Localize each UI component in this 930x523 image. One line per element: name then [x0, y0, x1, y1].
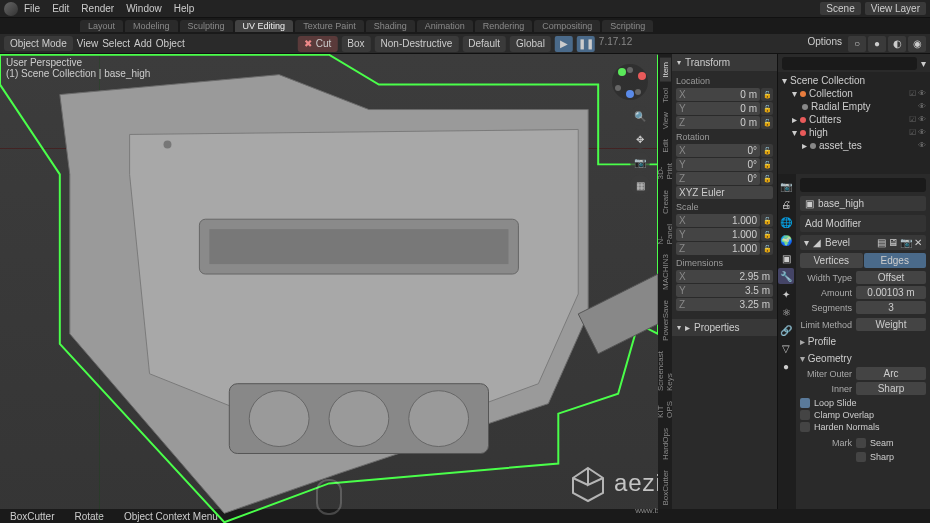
mod-render-icon[interactable]: 📷: [900, 237, 912, 248]
tab-tool[interactable]: Tool: [660, 84, 671, 107]
rot-x[interactable]: X0°: [676, 144, 760, 157]
shading-wire-icon[interactable]: ○: [848, 36, 866, 52]
scene-field[interactable]: Scene: [820, 2, 860, 15]
shading-solid-icon[interactable]: ●: [868, 36, 886, 52]
menu-help[interactable]: Help: [168, 3, 201, 14]
tb-box[interactable]: Box: [347, 38, 364, 49]
chk-harden[interactable]: Harden Normals: [800, 421, 926, 433]
tb-select[interactable]: Select: [102, 38, 130, 49]
ws-modeling[interactable]: Modeling: [125, 20, 178, 32]
miter-outer[interactable]: Arc: [856, 367, 926, 380]
ptab-world-icon[interactable]: 🌍: [778, 232, 794, 248]
ws-uvediting[interactable]: UV Editing: [235, 20, 294, 32]
filter-icon[interactable]: ▾: [921, 58, 926, 69]
dim-y[interactable]: Y3.5 m: [676, 284, 773, 297]
mod-display-icon[interactable]: 🖥: [888, 237, 898, 248]
nav-gizmo[interactable]: [610, 62, 650, 102]
prop-search[interactable]: [800, 178, 926, 192]
scale-z[interactable]: Z1.000: [676, 242, 760, 255]
chk-clamp[interactable]: Clamp Overlap: [800, 409, 926, 421]
chk-loopslide[interactable]: Loop Slide: [800, 397, 926, 409]
lock-icon[interactable]: 🔓: [761, 158, 773, 171]
tab-hardops[interactable]: HardOps: [660, 424, 671, 464]
add-modifier-button[interactable]: Add Modifier: [800, 215, 926, 232]
viewlayer-field[interactable]: View Layer: [865, 2, 926, 15]
outliner-search[interactable]: [782, 57, 917, 70]
ws-compositing[interactable]: Compositing: [534, 20, 600, 32]
tb-object[interactable]: Object: [156, 38, 185, 49]
mod-edit-icon[interactable]: ▤: [877, 237, 886, 248]
bevel-modifier-header[interactable]: ▾◢Bevel ▤🖥📷✕: [800, 235, 926, 250]
tb-nondestr[interactable]: Non-Destructive: [381, 38, 453, 49]
tb-view[interactable]: View: [77, 38, 99, 49]
bevel-amount[interactable]: 0.00103 m: [856, 286, 926, 299]
menu-render[interactable]: Render: [75, 3, 120, 14]
tab-machin3[interactable]: MACHIN3: [660, 250, 671, 294]
loc-x[interactable]: X0 m: [676, 88, 760, 101]
ptab-object-icon[interactable]: ▣: [778, 250, 794, 266]
mode-dropdown[interactable]: Object Mode: [4, 36, 73, 51]
pause-icon[interactable]: ❚❚: [577, 36, 595, 52]
out-asset[interactable]: ▸asset_tes👁: [782, 139, 926, 152]
ptab-physics-icon[interactable]: ⚛: [778, 304, 794, 320]
lock-icon[interactable]: 🔓: [761, 144, 773, 157]
loc-y[interactable]: Y0 m: [676, 102, 760, 115]
profile-section[interactable]: ▸ Profile: [800, 333, 926, 350]
out-radial[interactable]: Radial Empty👁: [782, 100, 926, 113]
out-collection[interactable]: ▾Collection☑ 👁: [782, 87, 926, 100]
move-icon[interactable]: ✥: [630, 129, 650, 149]
miter-inner[interactable]: Sharp: [856, 382, 926, 395]
lock-icon[interactable]: 🔓: [761, 214, 773, 227]
ws-scripting[interactable]: Scripting: [602, 20, 653, 32]
ptab-output-icon[interactable]: 🖨: [778, 196, 794, 212]
ptab-material-icon[interactable]: ●: [778, 358, 794, 374]
chk-seam[interactable]: Seam: [856, 437, 926, 449]
scale-x[interactable]: X1.000: [676, 214, 760, 227]
bevel-edges[interactable]: Edges: [864, 253, 927, 268]
limit-method[interactable]: Weight: [856, 318, 926, 331]
lock-icon[interactable]: 🔓: [761, 228, 773, 241]
menu-edit[interactable]: Edit: [46, 3, 75, 14]
persp-icon[interactable]: ▦: [630, 175, 650, 195]
tab-item[interactable]: Item: [660, 58, 671, 82]
bevel-segments[interactable]: 3: [856, 301, 926, 314]
ptab-mesh-icon[interactable]: ▽: [778, 340, 794, 356]
ws-animation[interactable]: Animation: [417, 20, 473, 32]
ws-shading[interactable]: Shading: [366, 20, 415, 32]
play-icon[interactable]: ▶: [555, 36, 573, 52]
tab-3dprint[interactable]: 3D-Print: [655, 159, 675, 183]
ptab-particle-icon[interactable]: ✦: [778, 286, 794, 302]
ws-rendering[interactable]: Rendering: [475, 20, 533, 32]
mod-close-icon[interactable]: ✕: [914, 237, 922, 248]
tb-cut[interactable]: Cut: [316, 38, 332, 49]
tb-global[interactable]: Global: [516, 38, 545, 49]
width-type[interactable]: Offset: [856, 271, 926, 284]
shading-matcap-icon[interactable]: ◐: [888, 36, 906, 52]
scale-y[interactable]: Y1.000: [676, 228, 760, 241]
prop-object-name[interactable]: ▣ base_high: [800, 196, 926, 211]
lock-icon[interactable]: 🔓: [761, 242, 773, 255]
ptab-render-icon[interactable]: 📷: [778, 178, 794, 194]
rot-mode[interactable]: XYZ Euler: [676, 186, 773, 199]
tab-boxcutter[interactable]: BoxCutter: [660, 466, 671, 510]
lock-icon[interactable]: 🔓: [761, 172, 773, 185]
tb-default[interactable]: Default: [468, 38, 500, 49]
geometry-section[interactable]: ▾ Geometry: [800, 350, 926, 367]
bevel-vertices[interactable]: Vertices: [800, 253, 863, 268]
lock-icon[interactable]: 🔓: [761, 116, 773, 129]
lock-icon[interactable]: 🔓: [761, 102, 773, 115]
ws-sculpting[interactable]: Sculpting: [180, 20, 233, 32]
dim-z[interactable]: Z3.25 m: [676, 298, 773, 311]
tab-create[interactable]: Create: [660, 186, 671, 218]
ws-layout[interactable]: Layout: [80, 20, 123, 32]
ptab-modifier-icon[interactable]: 🔧: [778, 268, 794, 284]
tab-view[interactable]: View: [660, 108, 671, 133]
zoom-icon[interactable]: 🔍: [630, 106, 650, 126]
transform-header[interactable]: Transform: [672, 54, 777, 71]
rot-z[interactable]: Z0°: [676, 172, 760, 185]
tab-npanel[interactable]: N-Panel: [655, 220, 675, 248]
camera-icon[interactable]: 📷: [630, 152, 650, 172]
tab-powersave[interactable]: PowerSave: [660, 296, 671, 345]
dim-x[interactable]: X2.95 m: [676, 270, 773, 283]
out-cutters[interactable]: ▸Cutters☑ 👁: [782, 113, 926, 126]
